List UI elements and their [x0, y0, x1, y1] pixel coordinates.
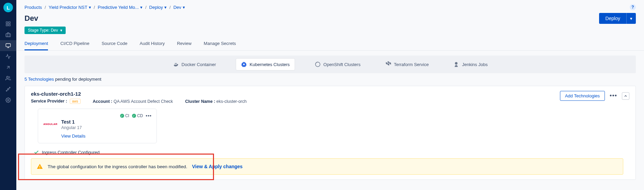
chevron-down-icon[interactable]: ▾ — [140, 5, 143, 10]
chevron-down-icon[interactable]: ▾ — [183, 5, 185, 10]
alert-text: The global configuration for the ingress… — [48, 164, 187, 169]
badge-row: Stage Type: Dev ▾ — [16, 27, 644, 37]
svg-line-8 — [7, 66, 10, 69]
tech-card-status-row: ✓CI ✓CD ••• — [43, 113, 152, 118]
tech-tab-kubernetes[interactable]: Kubernetes Clusters — [236, 58, 295, 70]
chevron-down-icon[interactable]: ▾ — [164, 5, 167, 10]
jenkins-icon — [453, 61, 459, 67]
check-icon: ✓ — [120, 114, 124, 118]
crumb-deploy[interactable]: Deploy — [149, 5, 163, 10]
nav-icon-key[interactable] — [0, 84, 16, 95]
svg-point-11 — [9, 87, 10, 88]
page-title: Dev — [24, 14, 38, 23]
account-value: QA AWS Account Defect Check — [114, 99, 173, 104]
cluster-card: eks-cluster-orch1-12 Service Provider : … — [24, 86, 636, 180]
deploy-dropdown-button[interactable]: ▾ — [626, 13, 636, 24]
title-row: Dev Deploy ▾ — [16, 12, 644, 27]
cd-status: ✓CD — [132, 113, 143, 118]
tech-tab-label: Kubernetes Clusters — [250, 62, 290, 67]
svg-rect-5 — [6, 44, 10, 47]
crumb-product-name[interactable]: Yield Predictor NST — [49, 5, 87, 10]
tech-tab-jenkins[interactable]: Jenkins Jobs — [448, 58, 492, 70]
crumb-sep: / — [169, 5, 171, 10]
svg-line-13 — [9, 88, 9, 89]
pending-count-link[interactable]: 5 Technologies — [24, 77, 54, 82]
crumb-module[interactable]: Predictive Yeild Mo... — [98, 5, 139, 10]
nav-icon-users[interactable] — [0, 73, 16, 84]
tech-tab-terraform[interactable]: Terraform Service — [380, 58, 434, 70]
tech-tab-label: Terraform Service — [394, 62, 429, 67]
svg-point-15 — [7, 99, 9, 101]
help-icon[interactable]: ? — [630, 4, 636, 10]
nav-icon-arrow[interactable] — [0, 62, 16, 73]
tab-cicd[interactable]: CI/CD Pipeline — [60, 37, 89, 50]
view-apply-changes-link[interactable]: View & Apply changes — [192, 164, 243, 169]
svg-rect-2 — [9, 24, 10, 26]
side-nav: L — [0, 0, 16, 190]
chevron-down-icon[interactable]: ▾ — [89, 5, 91, 10]
tab-deployment[interactable]: Deployment — [24, 37, 48, 50]
technology-tabs: Docker Container Kubernetes Clusters Ope… — [24, 56, 636, 73]
cluster-title-block: eks-cluster-orch1-12 Service Provider : … — [31, 91, 247, 104]
pending-text: pending for deployment — [54, 77, 101, 82]
cluster-meta: Service Provider : aws Account : QA AWS … — [31, 99, 247, 104]
collapse-button[interactable] — [622, 92, 629, 100]
tab-audit-history[interactable]: Audit History — [140, 37, 165, 50]
tech-card-body: ANGULAR Test 1 Angular 17 View Details — [43, 119, 152, 139]
openshift-icon — [315, 61, 321, 67]
svg-point-12 — [6, 90, 7, 91]
tab-source-code[interactable]: Source Code — [102, 37, 128, 50]
nav-icon-settings[interactable] — [0, 95, 16, 106]
svg-point-17 — [243, 64, 245, 65]
svg-rect-23 — [39, 168, 40, 169]
svg-point-9 — [6, 76, 8, 78]
more-icon[interactable]: ••• — [610, 92, 617, 99]
deploy-button-group: Deploy ▾ — [599, 13, 636, 24]
add-technologies-button[interactable]: Add Technologies — [560, 91, 605, 101]
cluster-actions: Add Technologies ••• — [560, 91, 629, 101]
ci-status: ✓CI — [120, 113, 129, 118]
cluster-header: eks-cluster-orch1-12 Service Provider : … — [31, 91, 629, 104]
crumb-env[interactable]: Dev — [174, 5, 181, 10]
account-label: Account : — [93, 99, 113, 104]
nav-icon-work[interactable] — [0, 29, 16, 40]
ingress-alert: The global configuration for the ingress… — [31, 158, 623, 175]
tech-tab-openshift[interactable]: OpenShift Clusters — [310, 58, 365, 70]
check-icon: ✓ — [132, 114, 136, 118]
stage-type-badge[interactable]: Stage Type: Dev ▾ — [24, 27, 66, 34]
tech-tab-docker[interactable]: Docker Container — [168, 58, 221, 70]
svg-rect-22 — [39, 166, 40, 168]
deploy-button[interactable]: Deploy — [599, 13, 626, 24]
tab-manage-secrets[interactable]: Manage Secrets — [204, 37, 236, 50]
view-details-link[interactable]: View Details — [61, 133, 85, 139]
crumb-sep: / — [94, 5, 95, 10]
tech-card-title: Test 1 — [61, 119, 85, 125]
clustername-value: eks-cluster-orch — [216, 99, 247, 104]
chevron-down-icon: ▾ — [60, 28, 62, 33]
tab-review[interactable]: Review — [177, 37, 192, 50]
crumb-sep: / — [145, 5, 147, 10]
page-tabs: Deployment CI/CD Pipeline Source Code Au… — [16, 37, 644, 51]
check-icon — [34, 149, 39, 155]
tech-tab-label: Jenkins Jobs — [462, 62, 488, 67]
nav-icon-activity[interactable] — [0, 51, 16, 62]
crumb-products[interactable]: Products — [24, 5, 42, 10]
clustername-label: Cluster Name : — [185, 99, 215, 104]
stage-badge-label: Stage Type: Dev — [28, 28, 58, 33]
svg-point-19 — [455, 62, 458, 65]
pending-row: 5 Technologies pending for deployment — [16, 76, 644, 84]
nav-icon-dashboard[interactable] — [0, 18, 16, 29]
provider-label: Service Provider : — [31, 99, 67, 104]
tech-card-more-icon[interactable]: ••• — [146, 113, 152, 118]
tech-card-subtitle: Angular 17 — [61, 125, 85, 130]
svg-rect-4 — [6, 34, 10, 37]
docker-icon — [173, 61, 179, 67]
svg-rect-3 — [6, 24, 8, 26]
breadcrumb: Products / Yield Predictor NST ▾ / Predi… — [16, 0, 644, 12]
tech-tab-label: Docker Container — [182, 62, 216, 67]
cluster-name: eks-cluster-orch1-12 — [31, 91, 247, 97]
nav-icon-deploy[interactable] — [0, 40, 16, 51]
svg-rect-0 — [6, 22, 8, 23]
app-logo[interactable]: L — [3, 3, 13, 12]
svg-line-14 — [7, 90, 7, 90]
